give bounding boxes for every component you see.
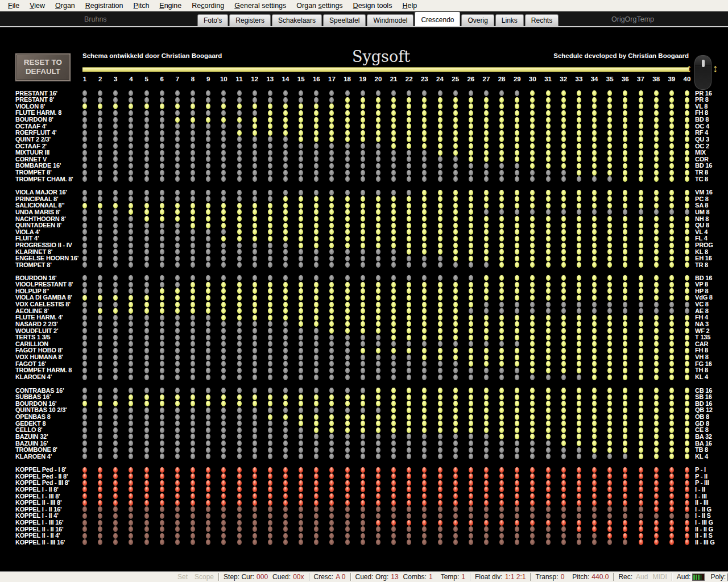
crescendo-dot[interactable] <box>253 302 257 307</box>
crescendo-dot[interactable] <box>669 236 674 242</box>
crescendo-dot[interactable] <box>329 513 334 519</box>
crescendo-dot[interactable] <box>299 447 303 453</box>
crescendo-dot[interactable] <box>607 487 612 492</box>
crescendo-dot[interactable] <box>484 117 489 123</box>
crescendo-dot[interactable] <box>453 136 458 142</box>
crescendo-dot[interactable] <box>407 103 411 109</box>
crescendo-dot[interactable] <box>98 388 102 393</box>
crescendo-dot[interactable] <box>546 110 551 116</box>
crescendo-dot[interactable] <box>376 421 380 426</box>
crescendo-dot[interactable] <box>546 520 551 526</box>
tab-crescendo[interactable]: Crescendo <box>415 11 460 26</box>
crescendo-dot[interactable] <box>329 216 334 222</box>
crescendo-dot[interactable] <box>268 315 272 321</box>
crescendo-dot[interactable] <box>113 421 118 426</box>
crescendo-dot[interactable] <box>654 401 659 406</box>
crescendo-dot[interactable] <box>329 130 334 136</box>
crescendo-dot[interactable] <box>299 421 303 426</box>
crescendo-dot[interactable] <box>407 427 411 433</box>
crescendo-dot[interactable] <box>592 229 597 235</box>
crescendo-dot[interactable] <box>376 103 380 109</box>
crescendo-dot[interactable] <box>376 196 380 202</box>
crescendo-dot[interactable] <box>391 401 396 406</box>
crescendo-dot[interactable] <box>144 513 149 519</box>
crescendo-dot[interactable] <box>129 513 133 519</box>
crescendo-dot[interactable] <box>484 467 489 473</box>
crescendo-dot[interactable] <box>129 348 133 354</box>
crescendo-dot[interactable] <box>391 427 396 433</box>
crescendo-dot[interactable] <box>515 190 519 196</box>
crescendo-dot[interactable] <box>515 421 519 426</box>
crescendo-dot[interactable] <box>191 288 195 294</box>
crescendo-dot[interactable] <box>685 487 689 492</box>
crescendo-dot[interactable] <box>623 321 627 327</box>
crescendo-dot[interactable] <box>175 123 180 129</box>
crescendo-dot[interactable] <box>422 513 427 519</box>
crescendo-dot[interactable] <box>175 216 180 222</box>
crescendo-dot[interactable] <box>82 302 87 307</box>
crescendo-dot[interactable] <box>685 500 689 506</box>
crescendo-dot[interactable] <box>469 110 473 116</box>
crescendo-dot[interactable] <box>453 275 458 281</box>
crescendo-dot[interactable] <box>592 368 597 373</box>
crescendo-dot[interactable] <box>561 434 566 439</box>
crescendo-dot[interactable] <box>237 156 242 162</box>
crescendo-dot[interactable] <box>453 394 458 400</box>
crescendo-dot[interactable] <box>422 262 427 268</box>
crescendo-dot[interactable] <box>268 256 272 261</box>
crescendo-dot[interactable] <box>329 203 334 209</box>
crescendo-dot[interactable] <box>515 308 519 314</box>
crescendo-dot[interactable] <box>623 315 627 321</box>
crescendo-dot[interactable] <box>191 401 195 406</box>
crescendo-dot[interactable] <box>607 421 612 426</box>
crescendo-dot[interactable] <box>361 533 365 539</box>
crescendo-dot[interactable] <box>361 295 365 301</box>
crescendo-dot[interactable] <box>345 487 350 492</box>
crescendo-dot[interactable] <box>376 117 380 123</box>
crescendo-dot[interactable] <box>577 500 581 506</box>
crescendo-dot[interactable] <box>469 355 473 360</box>
crescendo-dot[interactable] <box>376 487 380 492</box>
crescendo-dot[interactable] <box>329 375 334 380</box>
crescendo-dot[interactable] <box>484 487 489 492</box>
crescendo-dot[interactable] <box>144 117 149 123</box>
crescendo-dot[interactable] <box>129 123 133 129</box>
crescendo-dot[interactable] <box>407 467 411 473</box>
crescendo-dot[interactable] <box>175 493 180 499</box>
crescendo-dot[interactable] <box>438 480 442 486</box>
crescendo-dot[interactable] <box>438 90 442 96</box>
crescendo-dot[interactable] <box>237 275 242 281</box>
crescendo-dot[interactable] <box>82 262 87 268</box>
crescendo-dot[interactable] <box>499 341 504 347</box>
crescendo-dot[interactable] <box>175 447 180 453</box>
crescendo-dot[interactable] <box>422 427 427 433</box>
crescendo-dot[interactable] <box>206 454 210 459</box>
crescendo-dot[interactable] <box>499 136 504 142</box>
crescendo-dot[interactable] <box>530 123 535 129</box>
crescendo-dot[interactable] <box>623 401 627 406</box>
crescendo-dot[interactable] <box>191 421 195 426</box>
crescendo-dot[interactable] <box>361 123 365 129</box>
crescendo-dot[interactable] <box>546 275 551 281</box>
crescendo-dot[interactable] <box>669 136 674 142</box>
crescendo-dot[interactable] <box>577 196 581 202</box>
crescendo-dot[interactable] <box>206 388 210 393</box>
crescendo-dot[interactable] <box>623 533 627 539</box>
crescendo-dot[interactable] <box>654 361 659 367</box>
crescendo-dot[interactable] <box>268 117 272 123</box>
crescendo-dot[interactable] <box>561 156 566 162</box>
crescendo-dot[interactable] <box>484 156 489 162</box>
crescendo-dot[interactable] <box>407 480 411 486</box>
crescendo-dot[interactable] <box>561 408 566 413</box>
crescendo-dot[interactable] <box>654 493 659 499</box>
crescendo-dot[interactable] <box>98 487 102 492</box>
crescendo-dot[interactable] <box>98 302 102 307</box>
crescendo-dot[interactable] <box>345 196 350 202</box>
crescendo-dot[interactable] <box>160 176 164 182</box>
crescendo-dot[interactable] <box>669 123 674 129</box>
crescendo-dot[interactable] <box>283 216 288 222</box>
crescendo-dot[interactable] <box>299 190 303 196</box>
crescendo-dot[interactable] <box>160 375 164 380</box>
crescendo-dot[interactable] <box>206 361 210 367</box>
crescendo-dot[interactable] <box>129 282 133 288</box>
